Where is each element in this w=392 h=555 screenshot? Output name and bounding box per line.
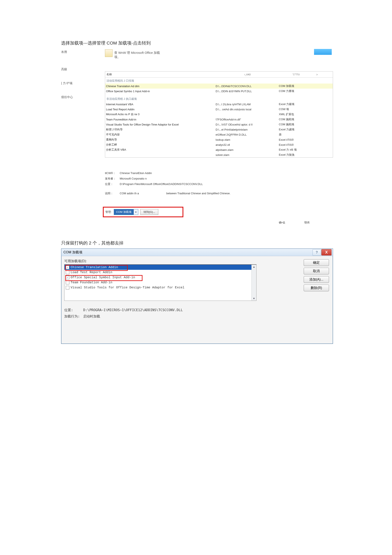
col-expand[interactable]: > — [313, 73, 321, 76]
table-row[interactable]: 不可见内容e\Officel 2\QFFRH D.DLL器 — [105, 132, 333, 137]
manage-bar-highlight: 管理: COM 加载项 ▼ 转到(G)... — [103, 207, 183, 217]
dialog-footer: 位置:D:\PROGRA~1\MICROS~1\OFFICE12\ADDINS\… — [64, 307, 183, 320]
side-nav-item[interactable]: 倌任中心 — [61, 95, 97, 99]
side-nav-item[interactable]: 高级 — [61, 67, 97, 71]
addins-table: 名称 r_KAD "1'"TTU > 活动应用程闾 J 口找项 Chinese … — [105, 71, 333, 158]
help-button[interactable]: ? — [313, 249, 321, 256]
addin-details: tlCW®：Chinese TranslEtion Addin 发布者：Micr… — [105, 170, 230, 196]
instruction-2: 只保留打钩的 2 个，其他都去掉 — [61, 240, 333, 246]
table-row[interactable]: Internet Assistant VBAD:\...l 2\Libra ry… — [105, 102, 333, 107]
table-row[interactable]: Chinese Translation Ad dimD:\...DDIN&\TC… — [105, 84, 333, 89]
decorative-swatch — [314, 49, 332, 55]
checkbox[interactable] — [66, 286, 69, 289]
manage-label: 管理: — [105, 210, 112, 214]
table-row[interactable]: Microsoft Actio ns P 自 rw 3XMIL 扩展包 — [105, 112, 333, 117]
list-item-label: Visual Studio Tools for Office Design-Ti… — [71, 286, 185, 289]
side-nav-item[interactable]: 帛用 — [61, 50, 97, 54]
highlight-box-2 — [65, 275, 143, 281]
dialog-titlebar: COM 加载项 ? X — [61, 249, 333, 256]
com-addins-dialog: COM 加载项 ? X 可用加载项(D): ✓Chinese Translati… — [61, 248, 333, 344]
checkbox[interactable] — [66, 281, 69, 284]
pane-description: 查 WnW 理 Microsoft Office 加载 项。 — [114, 51, 160, 59]
chevron-down-icon[interactable]: ▼ — [134, 209, 138, 215]
table-row[interactable]: Visual Studio Tools for Office Design-Ti… — [105, 122, 333, 127]
checkbox[interactable] — [66, 271, 69, 274]
dialog-title: COM 加载项 — [64, 250, 82, 255]
add-button[interactable]: 添加(A)... — [304, 276, 329, 283]
scrollbar[interactable]: ▲ ▼ — [251, 265, 256, 301]
list-item-label: Load Test Report Addin — [71, 271, 112, 274]
table-row[interactable]: 分析工具库-VBAatpvbaen.xlamExcel 力 irB 项 — [105, 147, 333, 152]
goto-button[interactable]: 转到(G)... — [140, 209, 158, 215]
scroll-down-icon[interactable]: ▼ — [253, 297, 255, 300]
table-row[interactable]: Team Founedition Add-in\TFSOfficeAdd-in.… — [105, 117, 333, 122]
col-location[interactable]: r_KAD — [216, 73, 279, 76]
highlight-box-1 — [65, 265, 128, 271]
options-pane: 帛用 高级 | 力 0^项 倌任中心 查 WnW 理 Microsoft Off… — [61, 50, 333, 236]
section-inactive: 非活动应用程 J 执口裁项 — [105, 96, 333, 102]
list-item[interactable]: Visual Studio Tools for Office Design-Ti… — [64, 285, 256, 290]
col-type[interactable]: "1'"TTU — [279, 73, 313, 76]
cancel-button[interactable]: 朝肖 — [304, 221, 310, 225]
side-nav: 帛用 高级 | 力 0^项 倌任中心 — [61, 50, 97, 109]
available-addins-label: 可用加载项(D): — [64, 259, 330, 263]
close-button[interactable]: X — [321, 249, 332, 256]
ok-button[interactable]: 确定 — [304, 259, 329, 266]
table-header: 名称 r_KAD "1'"TTU > — [105, 72, 333, 78]
ok-button[interactable]: 确•走 — [279, 221, 285, 225]
table-row[interactable]: 查阐向导lookup.xlamExcel iITiS® — [105, 137, 333, 142]
table-row[interactable]: Load Test Report AddinD:\... celAd dln.v… — [105, 107, 333, 112]
table-row[interactable]: Office Special Symbo 1 Input Add-inD:\..… — [105, 89, 333, 94]
addins-listbox[interactable]: ✓Chinese Translation AddinLoad Test Repo… — [64, 264, 257, 301]
dialog-footer-buttons: 确•走 朝肖 — [279, 221, 310, 225]
table-row[interactable]: 标摺 J 印向导D:\...el Print\labelprintxlamExc… — [105, 127, 333, 132]
table-row[interactable]: solver.xlamExcel 力陵漁 — [105, 152, 333, 157]
side-nav-item[interactable]: | 力 0^项 — [61, 81, 97, 85]
manage-combo[interactable]: COM 加载项 ▼ — [114, 209, 138, 215]
cancel-button[interactable]: 取消 — [304, 268, 329, 274]
remove-button[interactable]: 删除(R) — [304, 285, 329, 291]
col-name[interactable]: 名称 — [105, 73, 216, 76]
addins-icon — [105, 49, 113, 57]
list-item-label: Team Foundation Add-in — [71, 281, 112, 284]
section-active: 活动应用程闾 J 口找项 — [105, 78, 333, 84]
table-row[interactable]: 分析工畔analys32.xllExcel iITiS® — [105, 142, 333, 147]
instruction-1: 选择加载项---选择管理 COM 加载项-点击转到 — [61, 40, 333, 46]
scroll-up-icon[interactable]: ▲ — [253, 265, 255, 268]
